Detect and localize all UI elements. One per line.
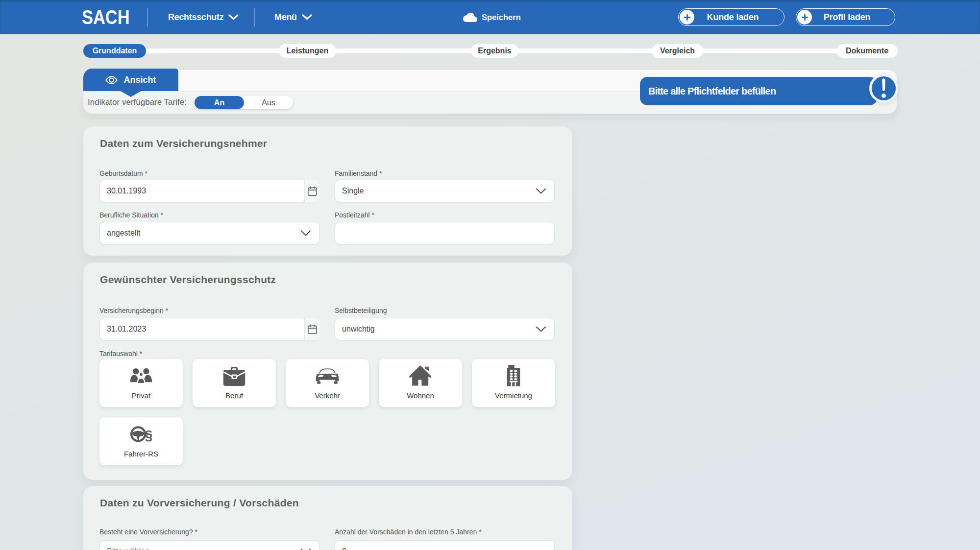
svg-text:§: §	[145, 428, 152, 443]
